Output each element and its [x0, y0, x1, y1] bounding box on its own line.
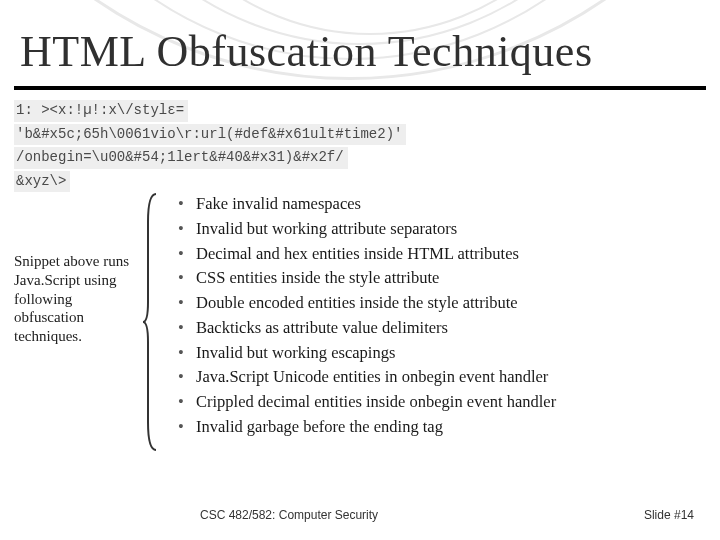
bullet-item: Decimal and hex entities inside HTML att… — [178, 242, 706, 267]
bullet-list: Fake invalid namespaces Invalid but work… — [160, 192, 706, 452]
bullet-item: Invalid but working escapings — [178, 341, 706, 366]
code-line: &xyz\> — [14, 171, 70, 193]
slide-title: HTML Obfuscation Techniques — [20, 26, 593, 77]
code-line: 'b&#x5c;65h\0061vio\r:url(#def&#x61ult#t… — [14, 124, 406, 146]
bullet-item: Double encoded entities inside the style… — [178, 291, 706, 316]
slide-number: Slide #14 — [644, 508, 694, 522]
content-row: Snippet above runs Java.Script using fol… — [14, 192, 706, 452]
bullet-item: Crippled decimal entities inside onbegin… — [178, 390, 706, 415]
code-snippet: 1: ><x:!µ!:x\/stylε= 'b&#x5c;65h\0061vio… — [14, 100, 514, 194]
bullet-item: Backticks as attribute value delimiters — [178, 316, 706, 341]
bullet-item: Invalid but working attribute separators — [178, 217, 706, 242]
bullet-item: Java.Script Unicode entities in onbegin … — [178, 365, 706, 390]
bullet-item: CSS entities inside the style attribute — [178, 266, 706, 291]
code-line: /onbegin=\u00&#54;1lert&#40&#x31)&#x2f/ — [14, 147, 348, 169]
bullet-item: Fake invalid namespaces — [178, 192, 706, 217]
code-line: 1: ><x:!µ!:x\/stylε= — [14, 100, 188, 122]
footer-course: CSC 482/582: Computer Security — [200, 508, 378, 522]
brace-icon — [142, 192, 160, 452]
bullet-item: Invalid garbage before the ending tag — [178, 415, 706, 440]
title-underline — [14, 86, 706, 90]
snippet-caption: Snippet above runs Java.Script using fol… — [14, 192, 142, 452]
